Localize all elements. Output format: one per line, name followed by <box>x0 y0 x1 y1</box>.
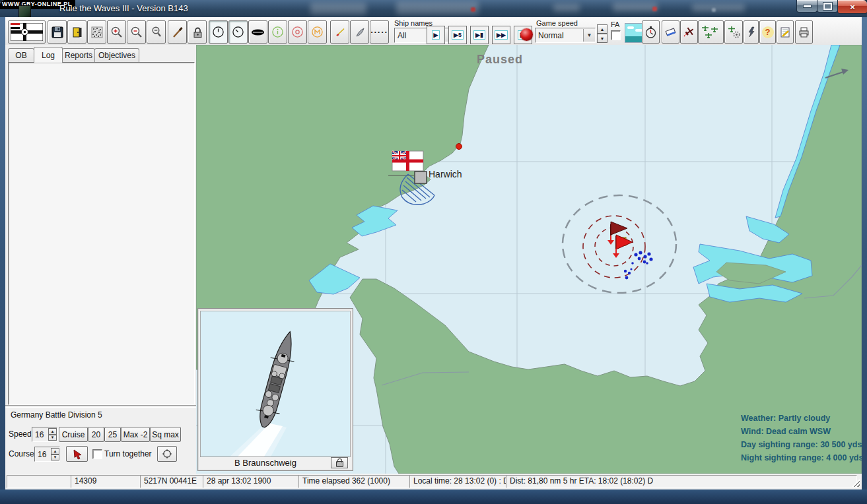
green-circle-button[interactable] <box>268 20 287 44</box>
plot-line-button[interactable] <box>330 20 349 44</box>
sq-max-button[interactable]: Sq max <box>150 427 181 442</box>
log-list[interactable] <box>8 62 195 405</box>
green-circle-i-icon <box>271 26 284 38</box>
zoom-in-button[interactable] <box>107 20 126 44</box>
zoom-far-out-button[interactable] <box>147 20 166 44</box>
stopwatch-button[interactable] <box>642 20 660 44</box>
game-speed-spinner[interactable]: ▲ ▼ <box>597 24 607 43</box>
speed-20-button[interactable]: 20 <box>88 427 104 442</box>
notepad-button[interactable] <box>777 20 794 44</box>
zoom-out-icon <box>130 26 143 39</box>
dropdown-arrow-icon[interactable]: ▼ <box>583 29 595 42</box>
crashed-plane-icon <box>683 26 695 38</box>
clock-mode-2-button[interactable] <box>228 20 248 44</box>
max-minus-2-button[interactable]: Max -2 <box>121 427 150 442</box>
toolbar: ····· Ship names All ▼ ▶ ▶5 ▶▮ ▶▶ ▮▮ Gam… <box>5 17 862 46</box>
background-window-ghost <box>692 4 745 12</box>
spinner-down-icon[interactable]: ▼ <box>51 455 59 461</box>
compass-button[interactable] <box>157 446 177 462</box>
minimize-button[interactable] <box>796 0 817 13</box>
oval-marker-button[interactable] <box>248 20 267 44</box>
status-cell-coordinates: 5217N 00441E <box>140 475 206 488</box>
speed-value[interactable]: 16 <box>32 430 48 439</box>
division-title: Germany Battle Division 5 <box>11 410 102 420</box>
turn-together-label: Turn together <box>104 449 152 458</box>
fa-checkbox[interactable] <box>611 30 621 40</box>
print-button[interactable] <box>795 20 813 44</box>
fast-forward-button[interactable]: ▶▶ <box>492 26 510 44</box>
lock-view-button[interactable] <box>188 20 207 44</box>
nation-flag-button[interactable] <box>8 20 46 44</box>
feather-button[interactable] <box>350 20 369 44</box>
lightning-icon <box>746 26 757 38</box>
night-sighting-line: Night sighting range: 4 000 yds <box>741 451 862 464</box>
crashed-plane-button[interactable] <box>680 20 698 44</box>
tab-reports[interactable]: Reports <box>62 48 95 62</box>
save-icon <box>52 26 63 38</box>
wind-line: Wind: Dead calm WSW <box>741 425 862 438</box>
window-title: Rule the Waves III - Version B143 <box>59 3 188 13</box>
spinner-down-icon[interactable]: ▼ <box>597 34 607 43</box>
static-pattern-button[interactable] <box>87 20 106 44</box>
play-5-icon: ▶5 <box>452 30 464 40</box>
spinner-down-icon[interactable]: ▼ <box>48 435 57 441</box>
window-border-bottom <box>0 489 867 504</box>
close-button[interactable]: × <box>837 0 867 14</box>
notepad-icon <box>779 26 791 38</box>
tab-objectives[interactable]: Objectives <box>94 48 139 62</box>
paused-indicator: Paused <box>477 53 523 67</box>
clock-mode-button[interactable] <box>209 20 228 44</box>
port-label: Harwich <box>429 169 462 179</box>
course-value[interactable]: 16 <box>35 450 51 459</box>
weather-line: Weather: Partly cloudy <box>741 412 862 425</box>
red-circle-button[interactable] <box>288 20 307 44</box>
orange-circle-m-button[interactable] <box>308 20 327 44</box>
play-icon: ▶ <box>432 30 440 40</box>
game-speed-dropdown[interactable]: Normal ▼ <box>535 28 596 43</box>
ghost-icon <box>712 8 716 12</box>
draw-course-button[interactable] <box>168 20 187 44</box>
aircraft-settings-icon <box>727 25 741 39</box>
titlebar[interactable]: WWW.GRY-ONLINE.PL Rule the Waves III - V… <box>0 0 867 17</box>
spinner-up-icon[interactable]: ▲ <box>51 448 59 455</box>
fast-forward-icon: ▶▶ <box>495 30 508 40</box>
window-border-left <box>0 17 5 489</box>
speed-stepper[interactable]: 16 ▲▼ <box>32 427 57 442</box>
aircraft-settings-button[interactable] <box>724 20 743 44</box>
port-marker-harwich[interactable] <box>415 172 427 183</box>
cruise-button[interactable]: Cruise <box>59 427 88 442</box>
play-button[interactable]: ▶ <box>427 26 445 44</box>
spinner-up-icon[interactable]: ▲ <box>48 428 57 435</box>
help-button[interactable]: ? <box>759 20 776 44</box>
orange-circle-m-icon <box>311 26 324 38</box>
aircraft-formation-button[interactable] <box>698 20 724 44</box>
red-coast-marker[interactable] <box>456 144 462 150</box>
save-button[interactable] <box>48 20 67 44</box>
spinner-up-icon[interactable]: ▲ <box>597 24 607 34</box>
status-cell-date: 28 apr 13:02 1900 <box>203 475 302 488</box>
minimize-icon <box>803 5 812 8</box>
maximize-button[interactable] <box>817 0 838 13</box>
set-course-arrow-button[interactable] <box>66 446 88 462</box>
background-window-ghost <box>396 1 479 15</box>
play-5-button[interactable]: ▶5 <box>448 26 467 44</box>
speed-25-button[interactable]: 25 <box>104 427 121 442</box>
printer-icon <box>798 26 810 38</box>
ship-names-dropdown[interactable]: All ▼ <box>394 28 456 43</box>
app-window: WWW.GRY-ONLINE.PL Rule the Waves III - V… <box>0 0 867 504</box>
game-speed-label: Game speed <box>536 19 578 27</box>
book-button[interactable] <box>662 20 679 44</box>
tab-ob[interactable]: OB <box>8 48 34 62</box>
turn-together-checkbox[interactable] <box>92 449 102 459</box>
zoom-out-button[interactable] <box>127 20 146 44</box>
aircraft-formation-icon <box>700 24 722 40</box>
exit-button[interactable] <box>67 20 87 44</box>
cloud-icon <box>627 26 634 29</box>
lightning-button[interactable] <box>744 20 759 44</box>
step-button[interactable]: ▶▮ <box>470 26 489 44</box>
tab-log[interactable]: Log <box>34 47 63 63</box>
course-stepper[interactable]: 16 ▲▼ <box>34 447 60 462</box>
selected-ship-name: B Braunschweig <box>200 458 331 468</box>
dotted-line-button[interactable]: ····· <box>370 20 389 44</box>
inset-lock-button[interactable] <box>331 457 348 468</box>
